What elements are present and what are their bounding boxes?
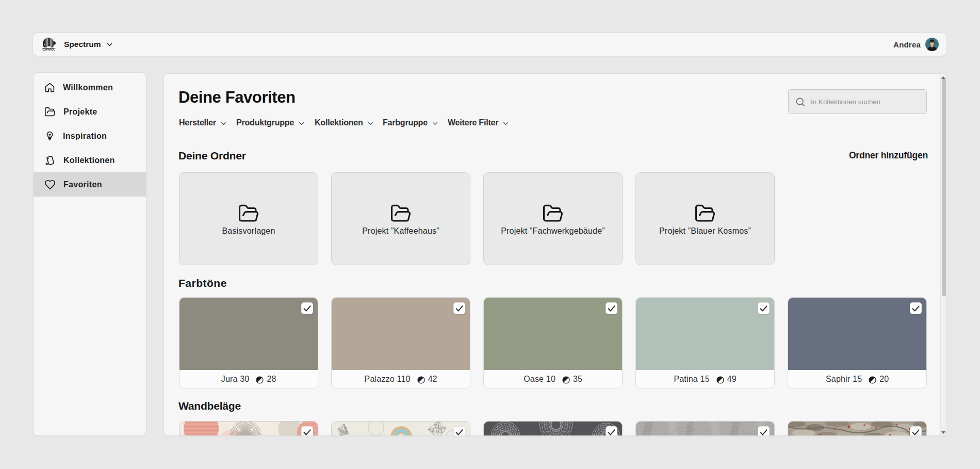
svg-text:CAPAROL: CAPAROL — [42, 48, 55, 51]
